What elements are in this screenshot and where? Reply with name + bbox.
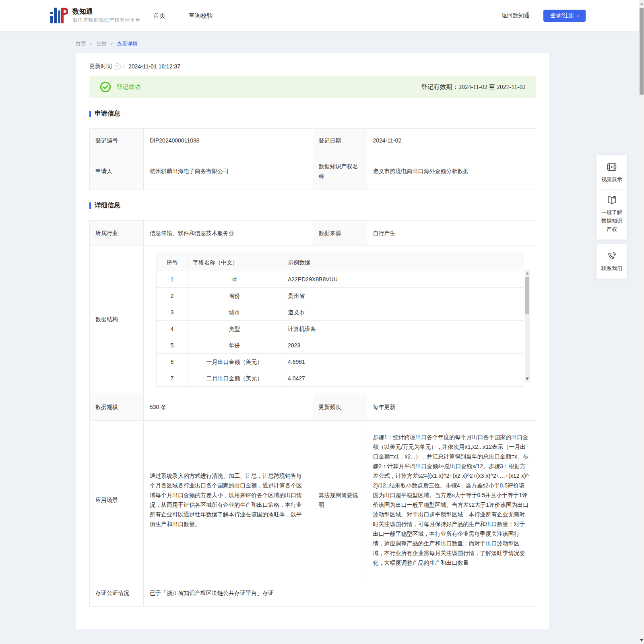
video-demo-card[interactable]: 视频展示 一键了解数据知识产权 xyxy=(597,155,627,239)
structure-table-cell: 一月出口金额（美元） xyxy=(188,354,281,370)
structure-table-cell: id xyxy=(188,271,281,288)
main-nav: 首页 查询校验 xyxy=(153,10,214,22)
validity-period: 登记有效期：2024-11-02 至 2027-11-02 xyxy=(421,83,526,91)
login-register-button[interactable]: 登录/注册 › xyxy=(543,10,586,22)
divider xyxy=(602,189,622,190)
logo[interactable]: 数知通 浙江省数据知识产权登记平台 xyxy=(50,6,140,25)
ip-name-value: 遵义市跨境电商出口海外金额分析数据 xyxy=(367,152,536,190)
table-row: 应用场景 通过系统录入的方式进行清洗、加工、汇总，汇总跨境销售每个月各区域各行业… xyxy=(90,421,536,579)
ip-name-label: 数据知识产权名称 xyxy=(313,152,367,190)
structure-table-cell: 4 xyxy=(157,321,188,337)
check-circle-icon xyxy=(100,81,111,93)
update-time-row: 更新时间 ? ： 2024-11-01 16:12:37 xyxy=(89,63,536,70)
structure-table-row: 4类型计算机设备 xyxy=(157,321,524,337)
frequency-label: 更新频次 xyxy=(313,393,367,421)
table-row: 数据规模 530 条 更新频次 每年更新 xyxy=(90,393,536,421)
reg-date-label: 登记日期 xyxy=(313,129,367,152)
structure-header-row: 序号 字段名称（中文） 示例数据 xyxy=(157,254,524,271)
structure-table-cell: 1 xyxy=(157,271,188,288)
breadcrumb-home[interactable]: 首页 xyxy=(76,40,86,47)
structure-label: 数据结构 xyxy=(90,246,144,393)
structure-table-cell: 城市 xyxy=(188,304,281,321)
reg-date-value: 2024-11-02 xyxy=(367,129,536,152)
table-row: 登记编号 DIP2024000011038 登记日期 2024-11-02 xyxy=(90,129,536,152)
detail-info-section-title: 详细信息 xyxy=(89,201,536,210)
table-row: 数据结构 序号 字段名称（中文） 示例数据 1idA22PD29X8B8VUU2… xyxy=(90,246,536,393)
structure-table-cell: 5 xyxy=(157,337,188,354)
registration-success-banner: 登记成功 登记有效期：2024-11-02 至 2027-11-02 xyxy=(89,76,536,98)
structure-table-row: 3城市遵义市 xyxy=(157,304,524,321)
scroll-down-icon[interactable] xyxy=(526,378,529,380)
scenario-label: 应用场景 xyxy=(90,421,144,579)
structure-table-cell: 4.0427 xyxy=(281,370,524,387)
table-row: 存证公证情况 已于「浙江省知识产权区块链公共存证平台」存证 xyxy=(90,579,536,607)
structure-table-cell: 年份 xyxy=(188,337,281,354)
logo-subtitle: 浙江省数据知识产权登记平台 xyxy=(72,17,140,24)
section-bar xyxy=(89,202,91,209)
logo-mark-icon xyxy=(50,6,68,25)
scrollbar-thumb[interactable] xyxy=(525,277,529,314)
structure-table: 序号 字段名称（中文） 示例数据 1idA22PD29X8B8VUU2省份贵州省… xyxy=(156,254,524,387)
update-time-colon: ： xyxy=(121,63,127,70)
structure-value-cell: 序号 字段名称（中文） 示例数据 1idA22PD29X8B8VUU2省份贵州省… xyxy=(144,246,536,393)
scenario-value: 通过系统录入的方式进行清洗、加工、汇总，汇总跨境销售每个月各区域各行业出口各个国… xyxy=(144,421,313,579)
breadcrumb-announcement[interactable]: 公告 xyxy=(96,40,107,47)
scrollbar-thumb[interactable] xyxy=(640,8,644,95)
structure-col-sample: 示例数据 xyxy=(281,254,524,271)
structure-table-row: 5年份2023 xyxy=(157,337,524,354)
frequency-value: 每年更新 xyxy=(367,393,536,421)
update-time-label: 更新时间 xyxy=(89,63,112,70)
apply-info-section-title: 申请信息 xyxy=(89,109,536,118)
chevron-right-icon: › xyxy=(577,13,579,18)
apply-info-table: 登记编号 DIP2024000011038 登记日期 2024-11-02 申请… xyxy=(89,128,536,190)
applicant-label: 申请人 xyxy=(90,152,144,190)
detail-info-table: 所属行业 信息传输、软件和信息技术服务业 数据来源 自行产生 数据结构 序号 字… xyxy=(89,220,536,607)
scroll-up-icon[interactable] xyxy=(526,272,529,275)
structure-table-cell: 类型 xyxy=(188,321,281,337)
table-row: 所属行业 信息传输、软件和信息技术服务业 数据来源 自行产生 xyxy=(90,221,536,246)
detail-card: 更新时间 ? ： 2024-11-01 16:12:37 登记成功 登记有效期：… xyxy=(76,53,549,629)
table-row: 申请人 杭州骐麟出海电子商务有限公司 数据知识产权名称 遵义市跨境电商出口海外金… xyxy=(90,152,536,190)
scale-value: 530 条 xyxy=(144,393,313,421)
structure-table-row: 2省份贵州省 xyxy=(157,288,524,304)
scroll-down-icon[interactable] xyxy=(640,639,643,642)
structure-table-cell: 3 xyxy=(157,304,188,321)
structure-table-cell: 贵州省 xyxy=(281,288,524,304)
structure-table-row: 1idA22PD29X8B8VUU xyxy=(157,271,524,288)
structure-table-cell: A22PD29X8B8VUU xyxy=(281,271,524,288)
video-icon xyxy=(607,162,617,172)
structure-table-cell: 2023 xyxy=(281,337,524,354)
structure-table-scrollbar[interactable] xyxy=(525,270,530,382)
video-demo-label: 视频展示 xyxy=(599,175,624,184)
structure-table-cell: 4.6961 xyxy=(281,354,524,370)
scroll-up-icon[interactable] xyxy=(640,2,643,5)
structure-table-cell: 遵义市 xyxy=(281,304,524,321)
breadcrumb: 首页 > 公告 > 查看详情 xyxy=(76,40,644,47)
nav-home[interactable]: 首页 xyxy=(153,10,166,22)
industry-label: 所属行业 xyxy=(90,221,144,246)
structure-table-cell: 计算机设备 xyxy=(281,321,524,337)
contact-us-label: 联系我们 xyxy=(599,264,624,272)
logo-title: 数知通 xyxy=(72,8,140,16)
structure-table-cell: 二月出口金额（美元） xyxy=(188,370,281,387)
validity-label: 登记有效期： xyxy=(421,83,458,90)
page-scrollbar[interactable] xyxy=(639,0,644,644)
reg-no-label: 登记编号 xyxy=(90,129,144,152)
scale-label: 数据规模 xyxy=(90,393,144,421)
evidence-label: 存证公证情况 xyxy=(90,579,144,607)
structure-table-cell: 省份 xyxy=(188,288,281,304)
breadcrumb-current: 查看详情 xyxy=(117,40,138,47)
source-label: 数据来源 xyxy=(313,221,367,246)
reg-no-value: DIP2024000011038 xyxy=(144,129,313,152)
update-time-value: 2024-11-01 16:12:37 xyxy=(128,63,180,70)
contact-us-card[interactable]: 联系我们 xyxy=(597,244,627,279)
question-circle-icon[interactable]: ? xyxy=(114,63,121,70)
structure-table-cell: 2 xyxy=(157,288,188,304)
structure-col-index: 序号 xyxy=(157,254,188,271)
back-to-shuzhitong-link[interactable]: 返回数知通 xyxy=(502,12,530,19)
nav-query-verify[interactable]: 查询校验 xyxy=(188,10,214,22)
applicant-value: 杭州骐麟出海电子商务有限公司 xyxy=(144,152,313,190)
structure-table-cell: 7 xyxy=(157,370,188,387)
floating-side-panel: 视频展示 一键了解数据知识产权 联系我们 xyxy=(597,155,627,279)
status-badge: 登记成功 xyxy=(116,83,140,91)
